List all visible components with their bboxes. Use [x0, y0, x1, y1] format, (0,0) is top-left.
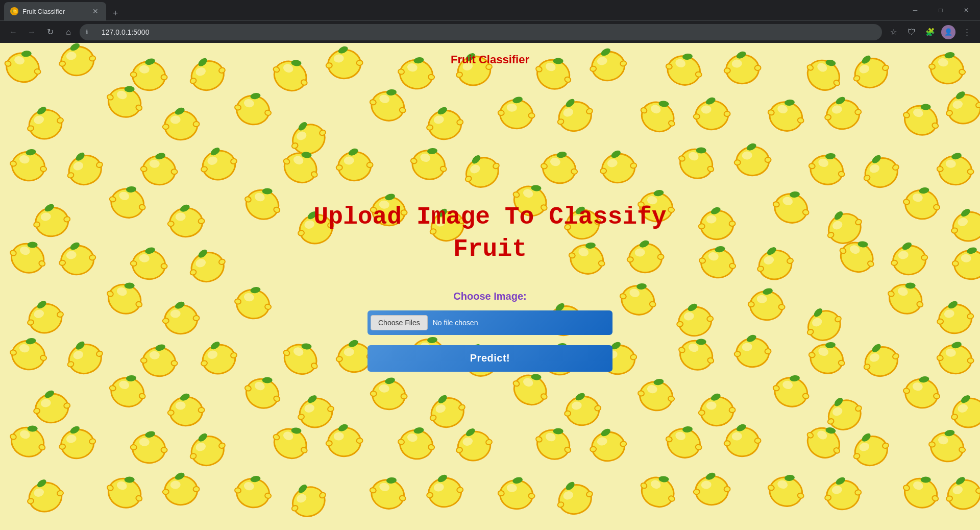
- new-tab-button[interactable]: +: [108, 6, 122, 20]
- heading-line2: Fruit: [453, 235, 527, 263]
- address-bar-input-wrapper: ℹ: [80, 24, 882, 40]
- menu-button[interactable]: ⋮: [960, 25, 974, 39]
- tab-bar: 🍋 Fruit Classifier ✕ + ─ □ ✕: [0, 0, 980, 20]
- active-tab[interactable]: 🍋 Fruit Classifier ✕: [4, 2, 106, 20]
- refresh-button[interactable]: ↻: [43, 25, 57, 39]
- bookmark-button[interactable]: ☆: [886, 25, 900, 39]
- extensions-button[interactable]: 🧩: [923, 25, 937, 39]
- browser-chrome: 🍋 Fruit Classifier ✕ + ─ □ ✕ ← → ↻ ⌂ ℹ ☆…: [0, 0, 980, 43]
- page-content: Fruit Classifier Upload Image To Classif…: [0, 43, 980, 530]
- heading-line1: Upload Image To Classify: [313, 203, 666, 231]
- upload-form: Choose Image: Choose Files No file chose…: [368, 291, 612, 372]
- url-input[interactable]: [91, 28, 876, 36]
- no-file-label: No file chosen: [433, 319, 478, 327]
- home-button[interactable]: ⌂: [61, 25, 76, 39]
- tab-close-button[interactable]: ✕: [91, 7, 100, 16]
- back-button[interactable]: ←: [6, 25, 20, 39]
- avatar-button[interactable]: 👤: [941, 25, 955, 39]
- main-content: Fruit Classifier Upload Image To Classif…: [0, 43, 980, 530]
- tab-favicon: 🍋: [10, 7, 18, 15]
- window-controls: ─ □ ✕: [903, 0, 978, 20]
- browser-actions: ☆ 🛡 🧩 👤 ⋮: [886, 25, 974, 39]
- address-bar: ← → ↻ ⌂ ℹ ☆ 🛡 🧩 👤 ⋮: [0, 20, 980, 43]
- window-close-button[interactable]: ✕: [954, 0, 978, 20]
- predict-button[interactable]: Predict!: [368, 345, 612, 372]
- tab-title-text: Fruit Classifier: [22, 8, 87, 15]
- minimize-button[interactable]: ─: [903, 0, 927, 20]
- page-title: Fruit Classifier: [451, 53, 529, 66]
- center-content: Upload Image To Classify Fruit Choose Im…: [313, 201, 666, 372]
- file-input-wrapper[interactable]: Choose Files No file chosen: [368, 310, 612, 335]
- maximize-button[interactable]: □: [929, 0, 952, 20]
- lock-icon: ℹ: [86, 29, 88, 36]
- choose-files-button[interactable]: Choose Files: [371, 315, 428, 330]
- forward-button[interactable]: →: [24, 25, 39, 39]
- main-heading: Upload Image To Classify Fruit: [313, 201, 666, 265]
- extension-shield-icon[interactable]: 🛡: [904, 25, 919, 39]
- choose-image-label: Choose Image:: [453, 291, 526, 302]
